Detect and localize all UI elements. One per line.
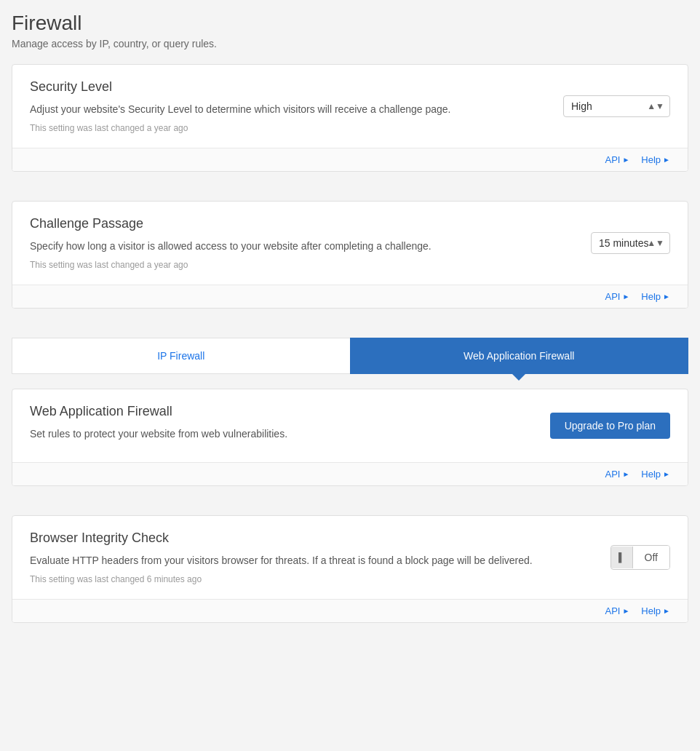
- waf-help-arrow-icon: ►: [663, 470, 670, 478]
- gap-3: [12, 501, 688, 515]
- security-level-select-wrapper: Off Essentially Off Low Medium High I'm …: [563, 95, 670, 117]
- tabs-container: IP Firewall Web Application Firewall: [12, 338, 688, 374]
- challenge-passage-control: 15 minutes 30 minutes 45 minutes 1 hour …: [591, 232, 670, 254]
- challenge-passage-footer: API ► Help ►: [12, 285, 688, 308]
- security-level-body: Security Level Adjust your website's Sec…: [12, 65, 688, 148]
- waf-title: Web Application Firewall: [30, 404, 533, 419]
- security-level-content: Security Level Adjust your website's Sec…: [30, 79, 546, 133]
- page-wrapper: Firewall Manage access by IP, country, o…: [0, 0, 700, 751]
- security-level-api-link[interactable]: API ►: [605, 154, 629, 165]
- tab-waf[interactable]: Web Application Firewall: [350, 338, 689, 374]
- cp-api-arrow-icon: ►: [622, 293, 629, 301]
- browser-check-toggle[interactable]: ▌ Off: [610, 545, 670, 570]
- api-arrow-icon: ►: [622, 156, 629, 164]
- toggle-state-label: Off: [633, 546, 669, 569]
- challenge-passage-select[interactable]: 15 minutes 30 minutes 45 minutes 1 hour …: [591, 232, 670, 254]
- browser-check-api-link[interactable]: API ►: [605, 605, 629, 616]
- waf-help-link[interactable]: Help ►: [641, 469, 670, 480]
- browser-check-title: Browser Integrity Check: [30, 531, 593, 546]
- challenge-passage-content: Challenge Passage Specify how long a vis…: [30, 216, 573, 270]
- browser-check-card: Browser Integrity Check Evaluate HTTP he…: [12, 515, 688, 623]
- waf-api-link[interactable]: API ►: [605, 469, 629, 480]
- waf-footer: API ► Help ►: [12, 462, 688, 485]
- challenge-passage-select-wrapper: 15 minutes 30 minutes 45 minutes 1 hour …: [591, 232, 670, 254]
- cp-help-arrow-icon: ►: [663, 293, 670, 301]
- challenge-passage-title: Challenge Passage: [30, 216, 573, 231]
- security-level-footer: API ► Help ►: [12, 148, 688, 171]
- browser-check-content: Browser Integrity Check Evaluate HTTP he…: [30, 531, 593, 584]
- challenge-passage-api-link[interactable]: API ►: [605, 291, 629, 302]
- browser-check-timestamp: This setting was last changed 6 minutes …: [30, 574, 593, 584]
- page-subtitle: Manage access by IP, country, or query r…: [12, 38, 688, 49]
- waf-card: Web Application Firewall Set rules to pr…: [12, 389, 688, 486]
- browser-check-description: Evaluate HTTP headers from your visitors…: [30, 553, 593, 568]
- security-level-select[interactable]: Off Essentially Off Low Medium High I'm …: [563, 95, 670, 117]
- waf-control: Upgrade to Pro plan: [550, 413, 670, 439]
- challenge-passage-description: Specify how long a visitor is allowed ac…: [30, 239, 573, 254]
- waf-body: Web Application Firewall Set rules to pr…: [12, 389, 688, 462]
- page-title: Firewall: [12, 12, 688, 35]
- upgrade-button[interactable]: Upgrade to Pro plan: [550, 413, 670, 439]
- challenge-passage-timestamp: This setting was last changed a year ago: [30, 260, 573, 270]
- tab-ip-firewall[interactable]: IP Firewall: [12, 338, 350, 374]
- browser-check-help-link[interactable]: Help ►: [641, 605, 670, 616]
- toggle-icon-button[interactable]: ▌: [611, 547, 633, 568]
- bc-api-arrow-icon: ►: [622, 607, 629, 615]
- gap-2: [12, 323, 688, 338]
- challenge-passage-card: Challenge Passage Specify how long a vis…: [12, 201, 688, 309]
- security-level-control: Off Essentially Off Low Medium High I'm …: [563, 95, 670, 117]
- browser-check-body: Browser Integrity Check Evaluate HTTP he…: [12, 516, 688, 599]
- security-level-description: Adjust your website's Security Level to …: [30, 102, 546, 117]
- security-level-title: Security Level: [30, 79, 546, 95]
- waf-api-arrow-icon: ►: [622, 470, 629, 478]
- tabs-spacer: [12, 374, 688, 389]
- browser-check-footer: API ► Help ►: [12, 599, 688, 622]
- waf-content: Web Application Firewall Set rules to pr…: [30, 404, 533, 448]
- security-level-card: Security Level Adjust your website's Sec…: [12, 64, 688, 172]
- browser-check-control: ▌ Off: [610, 545, 670, 570]
- waf-description: Set rules to protect your website from w…: [30, 426, 533, 442]
- challenge-passage-help-link[interactable]: Help ►: [641, 291, 670, 302]
- challenge-passage-body: Challenge Passage Specify how long a vis…: [12, 202, 688, 285]
- gap-1: [12, 186, 688, 201]
- security-level-help-link[interactable]: Help ►: [641, 154, 670, 165]
- bc-help-arrow-icon: ►: [663, 607, 670, 615]
- help-arrow-icon: ►: [663, 156, 670, 164]
- security-level-timestamp: This setting was last changed a year ago: [30, 123, 546, 133]
